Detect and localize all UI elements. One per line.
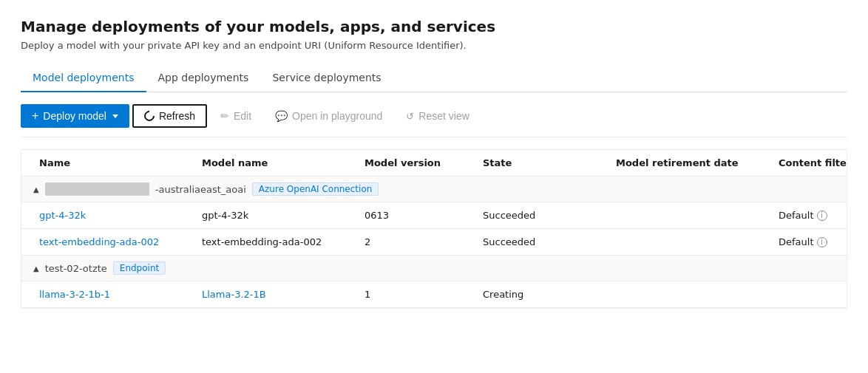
cell-version-ada: 2 (359, 229, 477, 255)
info-icon-gpt4[interactable]: i (817, 211, 827, 221)
cell-name-ada: text-embedding-ada-002 (33, 229, 196, 255)
group-row-1: ▲ -australiaeast_aoai Azure OpenAI Conne… (21, 177, 847, 202)
refresh-icon (142, 109, 157, 123)
cell-name-llama: llama-3-2-1b-1 (33, 281, 196, 307)
col-header-retirement-date: Model retirement date (610, 150, 773, 176)
cell-model-name-llama: Llama-3.2-1B (196, 281, 359, 307)
deployments-table: Name Model name Model version State Mode… (21, 149, 847, 309)
cell-content-filter-ada: Default i (773, 229, 847, 255)
cell-state-ada: Succeeded (477, 229, 610, 255)
group-name-1 (45, 182, 149, 196)
table-header-row: Name Model name Model version State Mode… (21, 150, 847, 177)
cell-version-gpt4: 0613 (359, 202, 477, 228)
group-badge-1: Azure OpenAI Connection (252, 182, 379, 196)
group-name-2: test-02-otzte (45, 263, 107, 274)
group-chevron-2[interactable]: ▲ (33, 264, 39, 273)
cell-state-llama: Creating (477, 281, 610, 307)
cell-retirement-ada (610, 229, 773, 255)
cell-retirement-llama (610, 281, 773, 307)
reset-view-label: Reset view (418, 110, 469, 122)
refresh-button[interactable]: Refresh (132, 104, 207, 128)
chat-icon: 💬 (275, 110, 288, 122)
cell-content-filter-gpt4: Default i (773, 202, 847, 228)
open-in-playground-label: Open in playground (292, 110, 382, 122)
reset-view-button[interactable]: ↺ Reset view (396, 106, 479, 126)
content-filter-value-gpt4: Default (779, 210, 814, 221)
cell-name-gpt4: gpt-4-32k (33, 202, 196, 228)
deployment-link-ada[interactable]: text-embedding-ada-002 (39, 236, 159, 247)
tab-app-deployments[interactable]: App deployments (146, 66, 261, 92)
group-name-suffix-1: -australiaeast_aoai (155, 184, 246, 195)
cell-model-name-gpt4: gpt-4-32k (196, 202, 359, 228)
cell-version-llama: 1 (359, 281, 477, 307)
cell-content-filter-llama (773, 281, 847, 307)
tab-bar: Model deployments App deployments Servic… (21, 66, 847, 92)
group-badge-2: Endpoint (113, 261, 166, 275)
cell-state-gpt4: Succeeded (477, 202, 610, 228)
model-link-llama[interactable]: Llama-3.2-1B (202, 289, 266, 300)
reset-icon: ↺ (406, 111, 414, 122)
deployment-link-llama[interactable]: llama-3-2-1b-1 (39, 289, 110, 300)
deploy-model-label: Deploy model (43, 110, 106, 122)
page-title: Manage deployments of your models, apps,… (21, 18, 847, 35)
tab-service-deployments[interactable]: Service deployments (260, 66, 393, 92)
edit-label: Edit (234, 110, 251, 122)
deployment-link-gpt4[interactable]: gpt-4-32k (39, 210, 86, 221)
refresh-label: Refresh (159, 110, 195, 122)
tab-model-deployments[interactable]: Model deployments (21, 66, 146, 92)
col-header-model-name: Model name (196, 150, 359, 176)
table-row: gpt-4-32k gpt-4-32k 0613 Succeeded Defau… (21, 202, 847, 229)
cell-retirement-gpt4 (610, 202, 773, 228)
page-subtitle: Deploy a model with your private API key… (21, 40, 847, 51)
table-row: text-embedding-ada-002 text-embedding-ad… (21, 229, 847, 256)
plus-icon: + (32, 109, 38, 123)
toolbar: + Deploy model Refresh ✏ Edit 💬 Open in … (21, 104, 847, 137)
table-row: llama-3-2-1b-1 Llama-3.2-1B 1 Creating (21, 281, 847, 308)
col-header-model-version: Model version (359, 150, 477, 176)
col-header-content-filter: Content filter (773, 150, 847, 176)
deploy-model-button[interactable]: + Deploy model (21, 104, 129, 128)
content-filter-value-ada: Default (779, 236, 814, 247)
group-row-2: ▲ test-02-otzte Endpoint (21, 256, 847, 281)
col-header-state: State (477, 150, 610, 176)
chevron-down-icon (112, 114, 118, 118)
cell-model-name-ada: text-embedding-ada-002 (196, 229, 359, 255)
group-chevron-1[interactable]: ▲ (33, 185, 39, 194)
open-in-playground-button[interactable]: 💬 Open in playground (265, 106, 393, 126)
info-icon-ada[interactable]: i (817, 237, 827, 247)
col-header-name: Name (33, 150, 196, 176)
edit-button[interactable]: ✏ Edit (210, 106, 262, 126)
pencil-icon: ✏ (220, 110, 229, 122)
